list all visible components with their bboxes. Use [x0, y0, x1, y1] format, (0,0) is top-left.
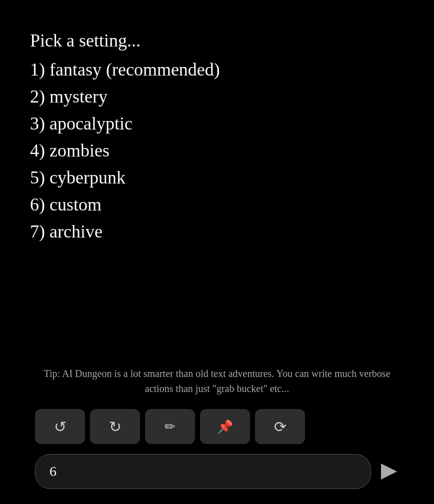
- setting-list: 1) fantasy (recommended)2) mystery3) apo…: [30, 56, 404, 245]
- refresh-button[interactable]: ⟳: [255, 409, 305, 444]
- tip-section: Tip: AI Dungeon is a lot smarter than ol…: [0, 356, 434, 404]
- setting-item-7[interactable]: 7) archive: [30, 218, 404, 245]
- send-icon: [379, 462, 399, 480]
- setting-item-4[interactable]: 4) zombies: [30, 137, 404, 164]
- tip-text: Tip: AI Dungeon is a lot smarter than ol…: [44, 368, 390, 394]
- redo-icon: ↻: [109, 418, 122, 436]
- setting-item-1[interactable]: 1) fantasy (recommended): [30, 56, 404, 83]
- pick-heading: Pick a setting...: [30, 30, 404, 51]
- svg-marker-0: [381, 464, 397, 480]
- send-button[interactable]: [379, 462, 399, 480]
- main-content: Pick a setting... 1) fantasy (recommende…: [0, 0, 434, 356]
- refresh-icon: ⟳: [274, 418, 286, 436]
- setting-item-6[interactable]: 6) custom: [30, 191, 404, 218]
- setting-item-2[interactable]: 2) mystery: [30, 83, 404, 110]
- redo-button[interactable]: ↻: [90, 409, 140, 444]
- toolbar: ↺ ↻ ✏ 📌 ⟳: [0, 404, 434, 449]
- setting-item-5[interactable]: 5) cyberpunk: [30, 164, 404, 191]
- edit-button[interactable]: ✏: [145, 409, 195, 444]
- action-input[interactable]: [35, 454, 371, 489]
- edit-icon: ✏: [164, 419, 176, 434]
- undo-button[interactable]: ↺: [35, 409, 85, 444]
- pin-icon: 📌: [217, 419, 233, 434]
- undo-icon: ↺: [54, 418, 66, 436]
- input-row: [0, 449, 434, 504]
- pin-button[interactable]: 📌: [200, 409, 250, 444]
- setting-item-3[interactable]: 3) apocalyptic: [30, 110, 404, 137]
